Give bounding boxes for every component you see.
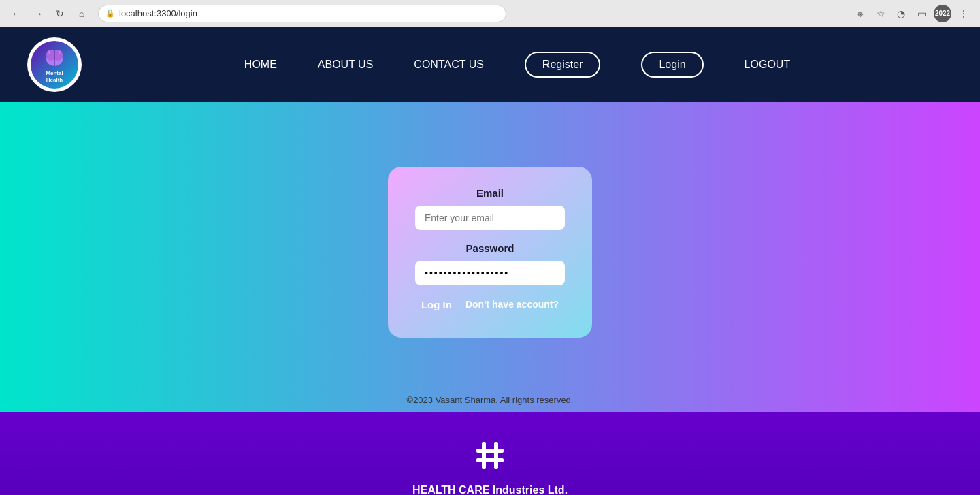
login-submit-button[interactable]: Log In [421, 299, 452, 310]
footer: HEALTH CARE Industries Ltd. Providing re… [0, 412, 980, 495]
logo-inner: Mental Health [31, 41, 78, 89]
svg-rect-4 [482, 442, 486, 469]
extension-icon[interactable]: ◔ [893, 5, 909, 22]
forward-button[interactable]: → [30, 5, 46, 22]
svg-rect-7 [476, 458, 504, 462]
year-badge[interactable]: 2022 [934, 5, 951, 22]
copyright-text: ©2023 Vasant Sharma. All rights reserved… [407, 395, 574, 405]
login-button[interactable]: Login [641, 52, 703, 78]
menu-icon[interactable]: ⋮ [956, 5, 972, 22]
hash-icon [474, 439, 506, 476]
email-input[interactable] [415, 206, 565, 230]
nav-home[interactable]: HOME [244, 59, 277, 71]
register-button[interactable]: Register [525, 52, 601, 78]
back-button[interactable]: ← [8, 5, 24, 22]
reload-button[interactable]: ↻ [52, 5, 68, 22]
navbar: Mental Health HOME ABOUT US CONTACT US R… [0, 27, 980, 102]
share-icon[interactable]: ⎈ [852, 5, 868, 22]
nav-about[interactable]: ABOUT US [318, 59, 374, 71]
login-actions: Log In Don't have account? [415, 299, 565, 310]
bookmark-icon[interactable]: ☆ [872, 5, 889, 22]
url-text: localhost:3300/login [119, 8, 197, 18]
footer-company-name: HEALTH CARE Industries Ltd. [412, 484, 568, 495]
svg-rect-5 [494, 442, 498, 469]
nav-contact[interactable]: CONTACT US [414, 59, 484, 71]
email-label: Email [415, 187, 565, 199]
copyright-bar: ©2023 Vasant Sharma. All rights reserved… [0, 388, 980, 412]
address-bar[interactable]: 🔒 localhost:3300/login [98, 5, 506, 22]
logo[interactable]: Mental Health [27, 37, 82, 92]
lock-icon: 🔒 [105, 9, 115, 18]
nav-logout[interactable]: LOGOUT [745, 59, 791, 71]
sidebar-icon[interactable]: ▭ [913, 5, 930, 22]
brain-icon [42, 46, 67, 70]
hashtag-icon [474, 439, 506, 472]
login-card: Email Password Log In Don't have account… [388, 167, 592, 338]
password-label: Password [415, 242, 565, 254]
nav-links: HOME ABOUT US CONTACT US Register Login … [82, 52, 953, 78]
svg-rect-6 [476, 449, 504, 453]
browser-right-controls: ⎈ ☆ ◔ ▭ 2022 ⋮ [852, 5, 972, 22]
browser-chrome: ← → ↻ ⌂ 🔒 localhost:3300/login ⎈ ☆ ◔ ▭ 2… [0, 0, 980, 27]
main-area: Email Password Log In Don't have account… [0, 102, 980, 388]
dont-have-account-link[interactable]: Don't have account? [466, 299, 559, 310]
logo-text: Mental Health [46, 70, 63, 83]
home-button[interactable]: ⌂ [74, 5, 90, 22]
password-input[interactable] [415, 261, 565, 285]
